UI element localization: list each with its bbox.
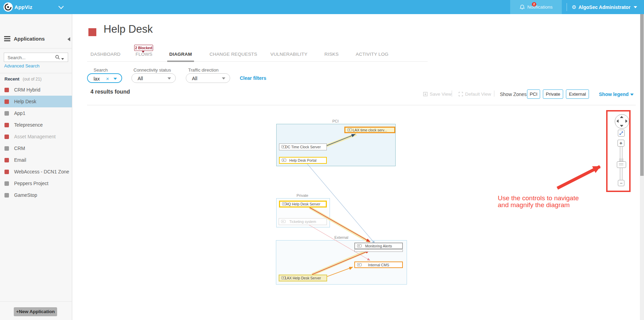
sidebar-item-gamestop[interactable]: GameStop [0, 189, 72, 201]
annotation-line-2: and magnify the diagram [498, 202, 604, 209]
pan-right-icon[interactable] [625, 119, 627, 123]
diagram-node-hq-help-desk-server[interactable]: HQ Help Desk Server [279, 201, 327, 207]
zone-button-external[interactable]: External [566, 89, 589, 99]
app-color-icon [4, 158, 9, 162]
diagram-node-dc-time-clock-server[interactable]: DC Time Clock Server [279, 143, 327, 150]
pan-left-icon[interactable] [616, 119, 619, 123]
gear-icon: ⚙ [572, 4, 576, 10]
zone-button-pci[interactable]: PCI [527, 89, 540, 99]
sidebar-item-email[interactable]: Email [0, 154, 72, 166]
tab-risks[interactable]: RISKS [324, 52, 339, 57]
traffic-direction-select[interactable]: All [186, 73, 230, 83]
zone-button-private[interactable]: Private [543, 89, 563, 99]
caret-down-icon [630, 94, 634, 96]
chevron-down-icon[interactable] [114, 78, 117, 80]
recent-label: Recent [4, 76, 19, 82]
diagram-node-internal-cms[interactable]: Internal CMS [354, 262, 403, 268]
node-label: HQ Help Desk Server [286, 202, 320, 206]
applications-sidebar: Applications Search... Advanced Search R… [0, 14, 72, 320]
divider [87, 105, 636, 105]
collapse-sidebar-icon[interactable] [67, 37, 70, 41]
tab-vulnerability[interactable]: VULNERABILITY [270, 52, 308, 57]
app-color-icon [4, 170, 9, 174]
diagram-node-lax-help-desk-server[interactable]: LAX Help Desk Server [279, 275, 327, 281]
brand-title: AppViz [14, 4, 32, 10]
zone-private-label: Private [297, 193, 308, 198]
server-icon [282, 159, 286, 162]
connectivity-status-value: All [138, 76, 143, 81]
server-icon [281, 145, 286, 148]
app-label: CRM Hybrid [14, 87, 40, 93]
clear-filters-link[interactable]: Clear filters [240, 75, 266, 81]
appviz-logo-icon [3, 2, 13, 12]
tab-change-requests[interactable]: CHANGE REQUESTS [210, 52, 257, 57]
app-label: Asset Management [14, 134, 56, 139]
diagram-node-monitoring-alerts[interactable]: Monitoring Alerts [354, 243, 403, 249]
sidebar-item-help-desk[interactable]: Help Desk [0, 96, 72, 107]
tab-activity-log[interactable]: ACTIVITY LOG [356, 52, 388, 57]
sidebar-item-peppers-project[interactable]: Peppers Project [0, 178, 72, 189]
clear-search-icon[interactable]: × [106, 76, 109, 82]
chevron-down-icon[interactable] [58, 4, 64, 9]
sidebar-item-app1[interactable]: App1 [0, 107, 72, 119]
fit-to-screen-button[interactable] [618, 130, 625, 137]
server-icon [281, 276, 286, 279]
app-label: App1 [14, 110, 25, 116]
pan-control[interactable] [615, 114, 629, 129]
chevron-down-icon[interactable] [222, 77, 225, 79]
user-menu[interactable]: ⚙ AlgoSec Administrator [572, 0, 637, 14]
menu-icon[interactable] [4, 36, 10, 42]
new-application-button[interactable]: +New Application [14, 307, 57, 316]
app-label: Telepresence [14, 122, 43, 128]
app-label: Peppers Project [14, 181, 49, 186]
sidebar-item-webaccess-dcn1-zone[interactable]: WebAccess - DCN1 Zone [0, 166, 72, 178]
diagram-node-ticketing-system[interactable]: Ticketing system [279, 218, 327, 225]
server-icon [357, 263, 362, 266]
show-legend-label: Show legend [599, 92, 629, 97]
sidebar-title: Applications [14, 36, 45, 42]
app-color-icon [4, 88, 9, 92]
search-options-caret-icon[interactable] [61, 58, 64, 60]
tab-diagram[interactable]: DIAGRAM [169, 52, 192, 57]
default-view-icon [459, 92, 463, 96]
diagram-node-lax-time-clock-servers[interactable]: LAX time clock serv... [344, 127, 395, 133]
save-view-label: Save View [430, 92, 452, 97]
search-filter-input[interactable]: lax × [87, 73, 122, 83]
notifications-button[interactable]: Notifications 2 [510, 0, 562, 14]
sidebar-item-telepresence[interactable]: Telepresence [0, 119, 72, 131]
app-color-icon [4, 181, 9, 186]
zoom-slider-ticks [619, 159, 624, 161]
diagram-node-monitoring-alerts-stack[interactable] [354, 249, 403, 252]
pan-up-icon[interactable] [620, 116, 623, 118]
diagram-node-help-desk-portal[interactable]: Help Desk Portal [279, 157, 327, 164]
server-icon [347, 128, 352, 131]
save-icon [423, 92, 428, 96]
zoom-slider-handle[interactable] [617, 161, 626, 168]
advanced-search-link[interactable]: Advanced Search [4, 63, 40, 68]
tab-dashboard[interactable]: DASHBOARD [90, 52, 120, 57]
show-legend-button[interactable]: Show legend [599, 92, 634, 97]
tabs-underline [87, 61, 428, 62]
badge-pointer-icon [142, 51, 144, 53]
node-label: LAX time clock serv... [353, 128, 387, 132]
active-tab-marker [167, 61, 194, 62]
search-icon[interactable] [55, 55, 60, 60]
connectivity-status-select[interactable]: All [131, 73, 176, 83]
search-filter-label: Search [94, 67, 108, 73]
page-scrollbar-thumb[interactable] [640, 14, 644, 176]
save-view-button[interactable]: Save View [423, 92, 452, 97]
annotation-line-1: Use the controls to navigate [498, 195, 604, 202]
app-color-icon [4, 146, 9, 151]
server-icon [281, 220, 286, 223]
sidebar-item-crm-hybrid[interactable]: CRM Hybrid [0, 84, 72, 96]
chevron-down-icon[interactable] [168, 77, 171, 79]
default-view-button[interactable]: Default View [459, 92, 491, 97]
zone-external-label: External [334, 235, 348, 239]
sidebar-search-input[interactable]: Search... [4, 53, 68, 62]
sidebar-item-crm[interactable]: CRM [0, 142, 72, 154]
pan-down-icon[interactable] [620, 125, 623, 127]
toolbar-divider [494, 90, 494, 97]
zoom-in-button[interactable]: + [618, 140, 624, 147]
zoom-out-button[interactable]: − [618, 180, 624, 186]
sidebar-item-asset-management[interactable]: Asset Management [0, 131, 72, 142]
